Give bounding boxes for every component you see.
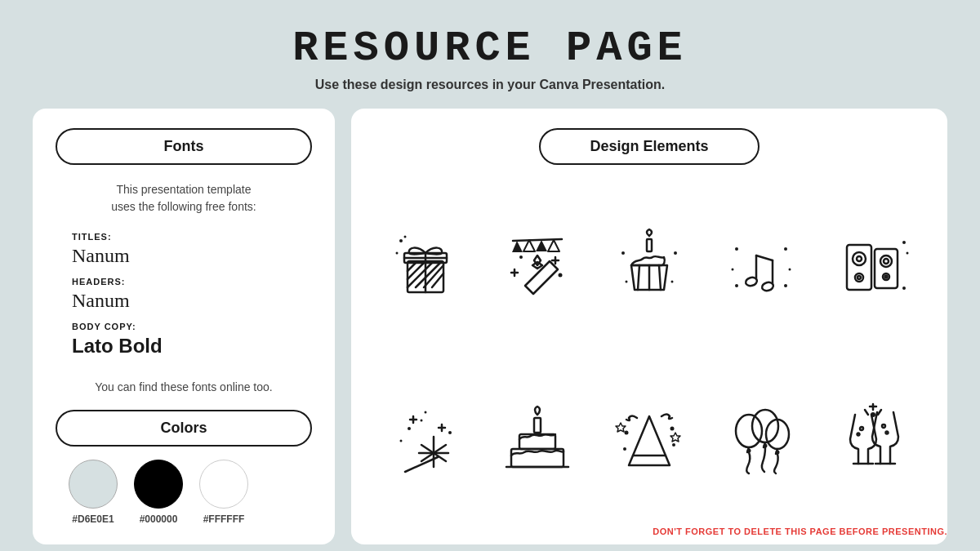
svg-point-27 (670, 280, 673, 282)
svg-point-97 (871, 412, 875, 417)
svg-marker-15 (523, 240, 535, 251)
svg-point-65 (408, 427, 411, 430)
color-swatch-light: #D6E0E1 (69, 460, 118, 525)
svg-marker-14 (512, 241, 523, 252)
svg-point-83 (736, 415, 762, 447)
svg-point-94 (885, 432, 888, 434)
svg-point-66 (421, 420, 423, 422)
svg-point-93 (882, 424, 885, 428)
svg-point-67 (400, 440, 403, 442)
color-hex-white: #FFFFFF (203, 513, 245, 525)
titles-font-name: Nanum (72, 245, 312, 267)
fonts-online-note: You can find these fonts online too. (56, 380, 312, 393)
colors-header: Colors (56, 410, 312, 447)
headers-font-name: Nanum (72, 290, 312, 312)
svg-line-64 (421, 445, 434, 453)
headers-label: HEADERS: (72, 277, 312, 287)
svg-point-55 (884, 275, 887, 278)
svg-line-8 (408, 263, 424, 279)
svg-rect-74 (534, 418, 541, 433)
svg-point-34 (731, 268, 733, 270)
svg-point-24 (621, 251, 625, 255)
svg-point-52 (880, 256, 892, 267)
colors-section: Colors #D6E0E1 #000000 #FFFFFF (56, 410, 312, 525)
color-circle-light (69, 460, 118, 509)
font-entries: TITLES: Nanum HEADERS: Nanum BODY COPY: … (56, 232, 312, 364)
icon-sparkler (374, 358, 478, 526)
icon-speakers (821, 181, 924, 349)
icon-champagne-glasses (821, 358, 924, 526)
svg-point-80 (670, 427, 674, 431)
svg-line-42 (756, 256, 773, 260)
svg-line-7 (408, 263, 416, 271)
svg-point-47 (853, 252, 866, 265)
svg-marker-16 (536, 240, 547, 251)
design-elements-header-container: Design Elements (374, 128, 924, 165)
svg-point-91 (860, 427, 863, 430)
svg-marker-17 (548, 240, 559, 251)
svg-point-44 (906, 251, 908, 254)
icon-balloons (709, 358, 813, 526)
svg-point-33 (784, 247, 787, 251)
svg-point-82 (623, 447, 626, 451)
svg-point-48 (857, 256, 862, 261)
footer-note: DON'T FORGET TO DELETE THIS PAGE BEFORE … (653, 527, 947, 536)
svg-point-36 (735, 284, 738, 287)
svg-line-99 (878, 410, 881, 415)
page-header: Resource Page Use these design resources… (292, 24, 688, 92)
color-hex-light: #D6E0E1 (72, 513, 114, 525)
color-swatches: #D6E0E1 #000000 #FFFFFF (56, 460, 312, 525)
svg-point-49 (855, 273, 863, 282)
svg-point-50 (858, 276, 861, 279)
svg-point-37 (784, 284, 787, 287)
design-elements-header: Design Elements (539, 128, 759, 165)
svg-point-45 (902, 287, 906, 290)
page-title: Resource Page (292, 24, 688, 73)
svg-point-68 (448, 431, 452, 434)
svg-point-25 (674, 251, 677, 255)
svg-point-19 (519, 256, 523, 259)
right-panel: Design Elements (351, 109, 947, 544)
svg-point-84 (752, 410, 778, 442)
icon-birthday-cake (486, 358, 590, 526)
svg-point-79 (624, 431, 628, 435)
icon-music-notes (709, 181, 813, 349)
fonts-description: This presentation templateuses the follo… (56, 181, 312, 216)
svg-point-32 (735, 247, 738, 251)
icons-grid (374, 181, 924, 525)
svg-point-81 (672, 443, 675, 447)
icon-party-hat-confetti (598, 358, 702, 526)
svg-line-29 (638, 265, 639, 290)
svg-point-69 (425, 411, 427, 414)
svg-point-26 (625, 280, 627, 282)
left-panel: Fonts This presentation templateuses the… (33, 109, 335, 544)
main-content: Fonts This presentation templateuses the… (33, 109, 947, 544)
svg-line-58 (434, 445, 446, 453)
svg-point-0 (399, 239, 403, 242)
page-subtitle: Use these design resources in your Canva… (292, 78, 688, 92)
svg-line-98 (865, 410, 868, 415)
svg-point-2 (404, 235, 407, 238)
svg-point-1 (396, 251, 399, 254)
body-font-name: Lato Bold (72, 335, 312, 358)
color-hex-black: #000000 (140, 513, 178, 525)
svg-point-53 (884, 259, 889, 264)
color-circle-white (199, 460, 248, 509)
svg-line-31 (659, 265, 661, 290)
color-swatch-black: #000000 (134, 460, 183, 525)
svg-point-18 (559, 273, 563, 277)
titles-label: TITLES: (72, 232, 312, 242)
color-circle-black (134, 460, 183, 509)
fonts-header: Fonts (56, 128, 312, 165)
icon-gift (374, 181, 478, 349)
svg-point-92 (857, 433, 859, 436)
body-copy-label: BODY COPY: (72, 322, 312, 331)
icon-cupcake (598, 181, 702, 349)
icon-party-popper (486, 181, 590, 349)
color-swatch-white: #FFFFFF (199, 460, 248, 525)
svg-rect-28 (647, 239, 652, 251)
svg-point-35 (788, 268, 791, 270)
svg-point-43 (902, 241, 906, 244)
svg-point-54 (883, 273, 889, 280)
